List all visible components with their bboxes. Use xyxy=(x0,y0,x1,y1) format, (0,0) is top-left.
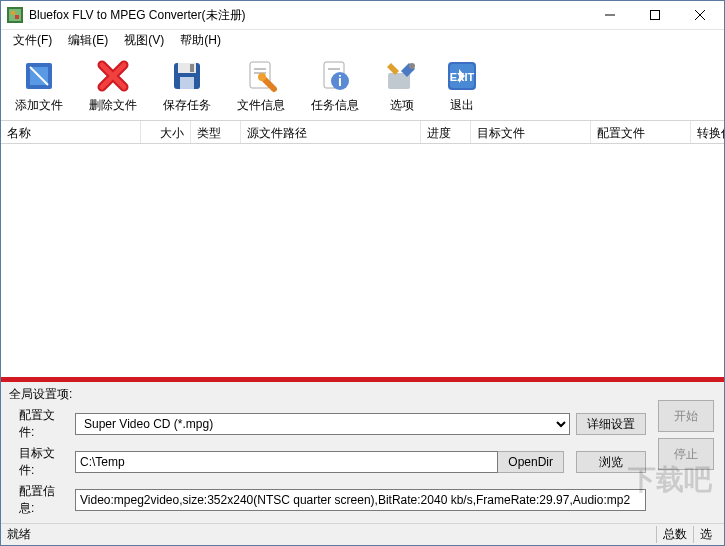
menu-edit[interactable]: 编辑(E) xyxy=(60,30,116,51)
task-info-icon: i xyxy=(318,59,352,93)
file-info-icon xyxy=(244,59,278,93)
delete-file-label: 删除文件 xyxy=(89,97,137,114)
options-label: 选项 xyxy=(390,97,414,114)
detail-settings-button[interactable]: 详细设置 xyxy=(576,413,646,435)
task-info-button[interactable]: i 任务信息 xyxy=(307,57,363,116)
options-button[interactable]: 选项 xyxy=(381,57,423,116)
add-file-button[interactable]: 添加文件 xyxy=(11,57,67,116)
status-selected: 选 xyxy=(693,526,718,543)
menu-view[interactable]: 视图(V) xyxy=(116,30,172,51)
save-task-button[interactable]: 保存任务 xyxy=(159,57,215,116)
delete-icon xyxy=(96,59,130,93)
save-task-label: 保存任务 xyxy=(163,97,211,114)
add-file-label: 添加文件 xyxy=(15,97,63,114)
maximize-button[interactable] xyxy=(632,1,677,29)
add-file-icon xyxy=(22,59,56,93)
profile-label: 配置文件: xyxy=(9,407,69,441)
file-info-label: 文件信息 xyxy=(237,97,285,114)
file-list[interactable] xyxy=(1,144,724,377)
menu-help[interactable]: 帮助(H) xyxy=(172,30,229,51)
col-profile[interactable]: 配置文件 xyxy=(591,121,691,143)
task-info-label: 任务信息 xyxy=(311,97,359,114)
exit-button[interactable]: EXIT 退出 xyxy=(441,57,483,116)
svg-rect-3 xyxy=(15,15,19,19)
svg-point-16 xyxy=(258,73,266,81)
svg-rect-12 xyxy=(190,64,194,72)
toolbar: 添加文件 删除文件 保存任务 文件信息 i 任务信息 选项 EXIT 退出 xyxy=(1,50,724,120)
browse-button[interactable]: 浏览 xyxy=(576,451,646,473)
status-total: 总数 xyxy=(656,526,693,543)
column-header: 名称 大小 类型 源文件路径 进度 目标文件 配置文件 转换信 xyxy=(1,120,724,144)
opendir-button[interactable]: OpenDir xyxy=(498,451,564,473)
profile-select[interactable]: Super Video CD (*.mpg) xyxy=(75,413,570,435)
file-info-button[interactable]: 文件信息 xyxy=(233,57,289,116)
menubar: 文件(F) 编辑(E) 视图(V) 帮助(H) xyxy=(1,30,724,50)
stop-button[interactable]: 停止 xyxy=(658,438,714,470)
col-size[interactable]: 大小 xyxy=(141,121,191,143)
menu-file[interactable]: 文件(F) xyxy=(5,30,60,51)
statusbar: 就绪 总数 选 xyxy=(1,523,724,545)
exit-icon: EXIT xyxy=(445,59,479,93)
close-button[interactable] xyxy=(677,1,722,29)
status-ready: 就绪 xyxy=(7,526,656,543)
target-path-input[interactable] xyxy=(75,451,498,473)
col-convinfo[interactable]: 转换信 xyxy=(691,121,724,143)
svg-text:i: i xyxy=(338,73,342,89)
exit-label: 退出 xyxy=(450,97,474,114)
target-label: 目标文件: xyxy=(9,445,69,479)
col-type[interactable]: 类型 xyxy=(191,121,241,143)
save-icon xyxy=(170,59,204,93)
minimize-button[interactable] xyxy=(587,1,632,29)
col-name[interactable]: 名称 xyxy=(1,121,141,143)
col-srcpath[interactable]: 源文件路径 xyxy=(241,121,421,143)
titlebar: Bluefox FLV to MPEG Converter(未注册) xyxy=(1,1,724,30)
svg-rect-5 xyxy=(650,11,659,20)
svg-rect-11 xyxy=(180,77,194,89)
config-info-field xyxy=(75,489,646,511)
global-settings-panel: 全局设置项: 配置文件: Super Video CD (*.mpg) 详细设置… xyxy=(1,382,724,523)
col-progress[interactable]: 进度 xyxy=(421,121,471,143)
col-target[interactable]: 目标文件 xyxy=(471,121,591,143)
svg-rect-2 xyxy=(11,11,15,15)
start-button[interactable]: 开始 xyxy=(658,400,714,432)
window-controls xyxy=(587,1,722,29)
window-title: Bluefox FLV to MPEG Converter(未注册) xyxy=(29,7,587,24)
svg-point-22 xyxy=(409,63,415,69)
delete-file-button[interactable]: 删除文件 xyxy=(85,57,141,116)
options-icon xyxy=(385,59,419,93)
info-label: 配置信息: xyxy=(9,483,69,517)
app-icon xyxy=(7,7,23,23)
panel-title: 全局设置项: xyxy=(9,386,716,403)
